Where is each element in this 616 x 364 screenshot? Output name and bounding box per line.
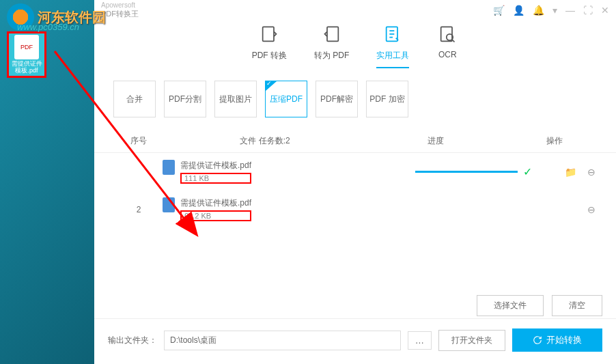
subtab-compress[interactable]: 压缩PDF: [265, 81, 307, 117]
remove-icon[interactable]: ⊖: [587, 167, 596, 178]
window-controls: 🛒 👤 🔔 ▾ — ⛶ ✕: [493, 5, 609, 16]
watermark-url: www.pc0359.cn: [17, 22, 79, 32]
row-index: 2: [115, 205, 163, 214]
subtab-merge[interactable]: 合并: [113, 81, 156, 117]
utilities-icon: [382, 24, 404, 46]
vendor-label: Apowersoft: [101, 1, 139, 9]
desktop-file-icon[interactable]: PDF 需提供证件 模板.pdf: [7, 31, 46, 78]
table-header: 序号 文件 任务数:2 进度 操作: [94, 130, 616, 153]
output-bar: 输出文件夹： D:\tools\桌面 … 打开文件夹 开始转换: [94, 318, 616, 352]
cart-icon[interactable]: 🛒: [493, 5, 505, 16]
select-file-button[interactable]: 选择文件: [477, 295, 544, 316]
bell-icon[interactable]: 🔔: [533, 5, 544, 16]
subtab-encrypt[interactable]: PDF 加密: [366, 81, 408, 117]
to-pdf-icon: [321, 24, 343, 46]
tab-ocr[interactable]: OCR: [436, 24, 458, 68]
tab-label: OCR: [438, 50, 457, 59]
svg-rect-3: [327, 27, 338, 41]
subtab-extract-images[interactable]: 提取图片: [214, 81, 257, 117]
header-progress: 进度: [367, 135, 504, 147]
start-convert-button[interactable]: 开始转换: [512, 328, 602, 352]
pdf-convert-icon: [258, 24, 280, 46]
tab-label: 实用工具: [376, 50, 409, 61]
clear-button[interactable]: 清空: [552, 295, 602, 316]
open-folder-icon[interactable]: 📁: [565, 167, 576, 178]
file-size: 111 KB: [180, 173, 251, 184]
tab-label: 转为 PDF: [314, 50, 349, 61]
sub-tabs: 合并 PDF分割 提取图片 压缩PDF PDF解密 PDF 加密: [94, 68, 616, 130]
progress-area: ✓: [415, 165, 552, 178]
refresh-icon: [533, 335, 542, 345]
minimize-icon[interactable]: —: [565, 5, 575, 16]
subtab-split[interactable]: PDF分割: [164, 81, 206, 117]
header-file: 文件 任务数:2: [163, 135, 367, 147]
main-tabs: PDF 转换 转为 PDF 实用工具 OCR: [94, 20, 616, 68]
header-action: 操作: [514, 135, 596, 147]
close-icon[interactable]: ✕: [601, 5, 609, 16]
maximize-icon[interactable]: ⛶: [583, 5, 593, 16]
table-row: 1 需提供证件模板.pdf 111 KB ✓ 📁 ⊖: [94, 153, 616, 191]
app-title: PDF转换王: [101, 9, 139, 19]
tab-pdf-convert[interactable]: PDF 转换: [252, 24, 287, 68]
bottom-buttons: 选择文件 清空: [477, 295, 602, 316]
user-icon[interactable]: 👤: [513, 5, 524, 16]
remove-icon[interactable]: ⊖: [587, 204, 596, 215]
file-name: 需提供证件模板.pdf: [180, 197, 251, 209]
file-icon: [163, 197, 175, 212]
tab-label: PDF 转换: [252, 50, 287, 61]
table-row: 2 需提供证件模板.pdf 62.2 KB ⊖: [94, 191, 616, 228]
tab-utilities[interactable]: 实用工具: [376, 24, 409, 68]
ocr-icon: [436, 24, 458, 46]
app-window: Apowersoft PDF转换王 🛒 👤 🔔 ▾ — ⛶ ✕ PDF 转换 转…: [94, 0, 616, 364]
file-icon: [163, 160, 175, 175]
desktop-file-label: 需提供证件 模板.pdf: [9, 61, 44, 74]
file-size: 62.2 KB: [180, 210, 251, 221]
output-path-input[interactable]: D:\tools\桌面: [164, 331, 401, 350]
tab-to-pdf[interactable]: 转为 PDF: [314, 24, 349, 68]
progress-bar: [415, 171, 518, 173]
subtab-decrypt[interactable]: PDF解密: [316, 81, 358, 117]
header-index: 序号: [115, 135, 163, 147]
svg-rect-2: [263, 27, 274, 41]
open-folder-button[interactable]: 打开文件夹: [438, 330, 505, 351]
check-icon: ✓: [523, 165, 532, 178]
output-label: 输出文件夹：: [108, 335, 157, 346]
file-name: 需提供证件模板.pdf: [180, 160, 251, 171]
titlebar: Apowersoft PDF转换王 🛒 👤 🔔 ▾ — ⛶ ✕: [94, 0, 616, 20]
browse-button[interactable]: …: [408, 331, 432, 350]
menu-icon[interactable]: ▾: [552, 5, 557, 16]
pdf-icon: PDF: [14, 35, 39, 59]
